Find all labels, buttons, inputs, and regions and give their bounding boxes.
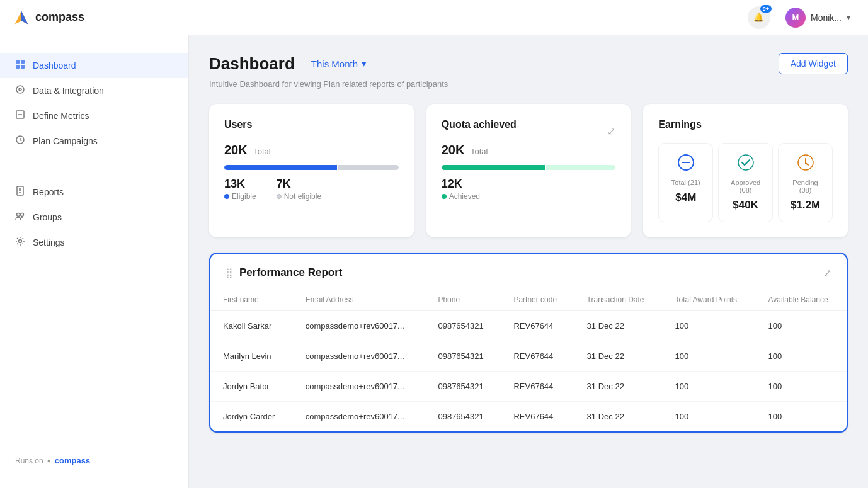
quota-stats: 12K Achieved bbox=[442, 178, 616, 201]
not-eligible-bar bbox=[338, 165, 399, 170]
earnings-card: Earnings Total (21) $4M bbox=[643, 104, 848, 237]
col-first-name: First name bbox=[210, 289, 293, 311]
cell-balance: 100 bbox=[756, 372, 847, 402]
total-icon bbox=[666, 154, 705, 175]
notifications-button[interactable]: 🔔 9+ bbox=[748, 6, 770, 29]
sidebar-item-define-metrics[interactable]: Define Metrics bbox=[0, 103, 188, 128]
quota-card-title: Quota achieved bbox=[442, 119, 517, 130]
users-total-label: Total bbox=[253, 147, 270, 156]
svg-rect-4 bbox=[16, 65, 20, 69]
sidebar-item-dashboard[interactable]: Dashboard bbox=[0, 53, 188, 78]
cell-phone: 0987654321 bbox=[425, 311, 501, 341]
quota-total: 20K bbox=[442, 143, 465, 157]
expand-table-icon[interactable]: ⤢ bbox=[823, 267, 831, 279]
cell-award_points: 100 bbox=[663, 311, 756, 341]
earnings-approved-item: Approved (08) $40K bbox=[718, 143, 773, 222]
sidebar-item-label: Plan Campaigns bbox=[33, 136, 98, 146]
cell-first_name: Jordyn Bator bbox=[210, 372, 293, 402]
sidebar-item-label: Reports bbox=[33, 187, 64, 197]
sidebar-item-reports[interactable]: Reports bbox=[0, 179, 188, 205]
main-content: Dashboard This Month ▾ Add Widget Intuit… bbox=[189, 35, 868, 488]
sidebar-item-label: Groups bbox=[33, 212, 62, 222]
rest-bar bbox=[546, 165, 615, 170]
table-body: Kakoli Sarkarcompassdemo+rev60017...0987… bbox=[210, 311, 847, 432]
quota-card: Quota achieved ⤢ 20K Total 12K bbox=[426, 104, 631, 237]
plan-campaigns-icon bbox=[15, 135, 25, 147]
sidebar-item-label: Dashboard bbox=[33, 60, 76, 71]
cell-tx_date: 31 Dec 22 bbox=[574, 311, 663, 341]
svg-point-6 bbox=[16, 86, 24, 93]
sidebar: Dashboard Data & Integration Define Metr… bbox=[0, 35, 189, 488]
page-title-row: Dashboard This Month ▾ bbox=[209, 54, 373, 74]
col-award-points: Total Award Points bbox=[663, 289, 756, 311]
dashboard-icon bbox=[15, 59, 25, 72]
sidebar-item-settings[interactable]: Settings bbox=[0, 230, 188, 255]
svg-line-23 bbox=[806, 163, 808, 165]
sidebar-item-label: Data & Integration bbox=[33, 86, 104, 96]
quota-card-header: Quota achieved ⤢ bbox=[442, 119, 616, 143]
cell-phone: 0987654321 bbox=[425, 402, 501, 432]
time-filter-button[interactable]: This Month ▾ bbox=[305, 55, 373, 72]
svg-rect-2 bbox=[16, 60, 20, 64]
svg-marker-1 bbox=[21, 11, 28, 24]
table-row: Kakoli Sarkarcompassdemo+rev60017...0987… bbox=[210, 311, 847, 341]
svg-point-15 bbox=[17, 213, 20, 217]
cell-balance: 100 bbox=[756, 311, 847, 341]
cell-balance: 100 bbox=[756, 402, 847, 432]
settings-icon bbox=[15, 236, 25, 249]
cell-tx_date: 31 Dec 22 bbox=[574, 402, 663, 432]
svg-point-7 bbox=[19, 88, 21, 91]
pending-icon bbox=[786, 154, 825, 175]
runs-on: Runs on ● compass bbox=[15, 456, 173, 465]
sidebar-item-groups[interactable]: Groups bbox=[0, 205, 188, 230]
cell-tx_date: 31 Dec 22 bbox=[574, 372, 663, 402]
cell-award_points: 100 bbox=[663, 341, 756, 372]
users-card: Users 20K Total 13K Eligible bbox=[209, 104, 414, 237]
users-card-title: Users bbox=[224, 119, 399, 130]
cell-phone: 0987654321 bbox=[425, 341, 501, 372]
not-eligible-label: Not eligible bbox=[277, 192, 321, 201]
total-amount: $4M bbox=[666, 191, 705, 204]
user-menu-button[interactable]: M Monik... ▾ bbox=[780, 5, 855, 30]
svg-rect-3 bbox=[21, 60, 25, 64]
cell-email: compassdemo+rev60017... bbox=[293, 341, 426, 372]
sidebar-footer: Runs on ● compass bbox=[0, 446, 188, 475]
user-name: Monik... bbox=[811, 13, 842, 23]
col-balance: Available Balance bbox=[756, 289, 847, 311]
table-row: Jordyn Cardercompassdemo+rev60017...0987… bbox=[210, 402, 847, 432]
achieved-num: 12K bbox=[442, 178, 480, 191]
logo-text: compass bbox=[35, 11, 84, 24]
achieved-stat: 12K Achieved bbox=[442, 178, 480, 201]
add-widget-button[interactable]: Add Widget bbox=[779, 53, 848, 74]
table-row: Marilyn Levincompassdemo+rev60017...0987… bbox=[210, 341, 847, 372]
sidebar-section-secondary: Reports Groups Settings bbox=[0, 169, 188, 265]
users-stats: 13K Eligible 7K Not eligible bbox=[224, 178, 399, 201]
cell-partner_code: REV67644 bbox=[501, 372, 574, 402]
page-subtitle: Intuitive Dashboard for viewing Plan rel… bbox=[209, 79, 848, 89]
chevron-down-icon: ▾ bbox=[362, 58, 367, 69]
cell-partner_code: REV67644 bbox=[501, 402, 574, 432]
table-header: First name Email Address Phone Partner c… bbox=[210, 289, 847, 311]
not-eligible-num: 7K bbox=[277, 178, 321, 191]
notification-badge: 9+ bbox=[760, 5, 772, 13]
cell-balance: 100 bbox=[756, 341, 847, 372]
sidebar-item-label: Define Metrics bbox=[33, 111, 89, 121]
approved-icon bbox=[726, 154, 765, 175]
performance-report-title: Performance Report bbox=[239, 266, 342, 279]
col-email: Email Address bbox=[293, 289, 426, 311]
svg-point-20 bbox=[738, 155, 753, 170]
performance-report-card: ⣿ Performance Report ⤢ First name Email … bbox=[209, 253, 848, 433]
runs-on-text: Runs on bbox=[15, 457, 43, 465]
sidebar-item-plan-campaigns[interactable]: Plan Campaigns bbox=[0, 128, 188, 154]
col-tx-date: Transaction Date bbox=[574, 289, 663, 311]
earnings-total-item: Total (21) $4M bbox=[658, 143, 713, 222]
sidebar-item-label: Settings bbox=[33, 237, 65, 247]
performance-table-wrap: First name Email Address Phone Partner c… bbox=[210, 289, 847, 431]
total-label: Total (21) bbox=[666, 179, 705, 186]
cell-first_name: Jordyn Carder bbox=[210, 402, 293, 432]
svg-rect-5 bbox=[21, 65, 25, 69]
sidebar-section-main: Dashboard Data & Integration Define Metr… bbox=[0, 48, 188, 164]
cell-email: compassdemo+rev60017... bbox=[293, 311, 426, 341]
expand-icon[interactable]: ⤢ bbox=[607, 125, 615, 137]
sidebar-item-data-integration[interactable]: Data & Integration bbox=[0, 78, 188, 103]
